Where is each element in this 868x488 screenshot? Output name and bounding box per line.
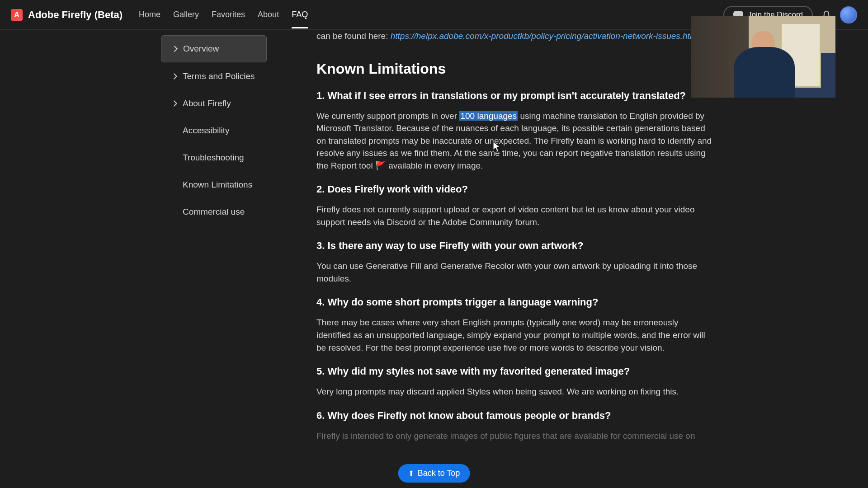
content-divider [706,30,706,488]
sidebar-label: Overview [183,44,219,54]
q1-end: available in every image. [386,161,483,170]
sidebar-label: Known Limitations [183,180,252,190]
main-nav: Home Gallery Favorites About FAQ [139,1,308,28]
selected-text: 100 languages [459,111,518,121]
content-fade [267,470,732,488]
logo-text: Adobe Firefly (Beta) [28,9,123,21]
sidebar-item-commercial-use[interactable]: Commercial use [161,199,267,225]
faq-sidebar: Overview Terms and Policies About Firefl… [161,30,267,488]
sidebar-item-about-firefly[interactable]: About Firefly [161,90,267,117]
intro-para: can be found here: https://helpx.adobe.c… [316,30,714,42]
main-area: Overview Terms and Policies About Firefl… [0,30,868,488]
sidebar-item-accessibility[interactable]: Accessibility [161,117,267,144]
q6-title: 6. Why does Firefly not know about famou… [316,410,714,422]
sidebar-label: Terms and Policies [183,71,255,81]
arrow-up-icon: ⬆ [408,469,414,478]
sidebar-label: Accessibility [183,126,229,136]
sidebar-label: About Firefly [183,99,231,108]
q4-title: 4. Why do some short prompts trigger a l… [316,296,714,308]
flag-icon: 🚩 [375,160,386,172]
sidebar-label: Commercial use [183,207,245,217]
q5-body: Very long prompts may discard applied St… [316,385,714,398]
user-avatar[interactable] [840,6,857,23]
nav-home[interactable]: Home [139,1,160,28]
sidebar-item-troubleshooting[interactable]: Troubleshooting [161,145,267,171]
faq-content: can be found here: https://helpx.adobe.c… [267,30,732,488]
nav-about[interactable]: About [258,1,279,28]
q4-body: There may be cases where very short Engl… [316,316,714,354]
q5-title: 5. Why did my styles not save with my fa… [316,366,714,377]
q2-title: 2. Does Firefly work with video? [316,183,714,195]
sidebar-item-terms[interactable]: Terms and Policies [161,63,267,89]
nav-favorites[interactable]: Favorites [212,1,245,28]
logo[interactable]: A Adobe Firefly (Beta) [11,9,123,21]
chevron-right-icon [171,46,178,52]
section-heading-known-limitations: Known Limitations [316,61,714,77]
sidebar-item-known-limitations[interactable]: Known Limitations [161,172,267,198]
chevron-right-icon [171,100,177,107]
nav-gallery[interactable]: Gallery [173,1,199,28]
webcam-overlay [691,16,835,98]
q3-title: 3. Is there any way to use Firefly with … [316,240,714,252]
adobe-logo-icon: A [11,9,23,21]
nav-faq[interactable]: FAQ [292,1,308,28]
left-gutter [0,30,161,488]
back-to-top-button[interactable]: ⬆ Back to Top [398,464,470,483]
q6-body: Firefly is intended to only generate ima… [316,430,714,442]
q1-body: We currently support prompts in over 100… [316,110,714,172]
sidebar-item-overview[interactable]: Overview [161,35,267,62]
sidebar-label: Troubleshooting [183,153,244,163]
back-to-top-label: Back to Top [418,469,460,478]
q1-pre: We currently support prompts in over [316,111,459,121]
intro-text: can be found here: [316,31,391,41]
q2-body: Firefly does not currently support uploa… [316,203,714,228]
chevron-right-icon [171,73,177,80]
q3-body: You can use Generative Fill and Generati… [316,260,714,285]
q1-title: 1. What if I see errors in translations … [316,90,714,102]
activation-link[interactable]: https://helpx.adobe.com/x-productkb/poli… [391,31,699,41]
